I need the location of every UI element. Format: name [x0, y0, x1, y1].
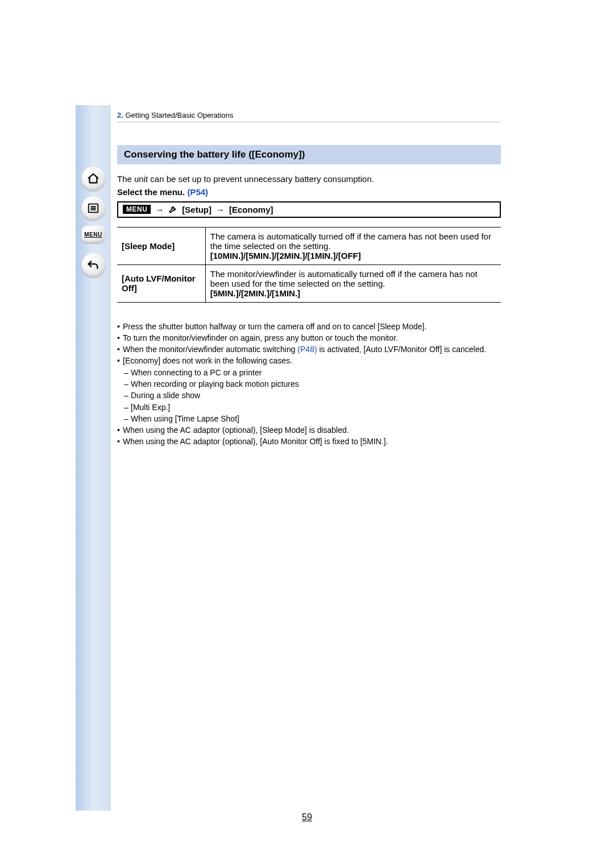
menu-label: MENU [84, 232, 102, 238]
note-subitem: During a slide show [131, 390, 200, 401]
section-title: Conserving the battery life ([Economy]) [117, 145, 501, 164]
table-row: [Sleep Mode] The camera is automatically… [117, 227, 501, 264]
note-subitem: When connecting to a PC or a printer [131, 367, 262, 378]
option-name-autolvf: [Auto LVF/Monitor Off] [117, 264, 205, 302]
chapter-number: 2. [117, 111, 123, 119]
note-item: Press the shutter button halfway or turn… [123, 321, 426, 332]
back-icon [87, 259, 99, 271]
menu-path-box: MENU → [Setup] → [Economy] [117, 201, 501, 218]
option-values: [5MIN.]/[2MIN.]/[1MIN.] [210, 288, 300, 298]
menu-badge: MENU [123, 205, 151, 214]
home-icon [87, 172, 99, 185]
note-item: When using the AC adaptor (optional), [S… [123, 424, 349, 436]
toc-icon [87, 202, 99, 214]
arrow-1: → [155, 205, 164, 214]
sidebar-buttons: MENU [81, 167, 105, 277]
intro-text: The unit can be set up to prevent unnece… [117, 173, 501, 185]
toc-button[interactable] [81, 196, 105, 220]
option-desc-sleep: The camera is automatically turned off i… [205, 227, 501, 264]
content-area: 2. Getting Started/Basic Operations Cons… [117, 111, 501, 448]
note-item: To turn the monitor/viewfinder on again,… [123, 332, 398, 344]
manual-page: MENU 2. Getting Started/Basic Operations… [0, 0, 614, 868]
note-subitem: When recording or playing back motion pi… [131, 378, 299, 390]
option-desc-autolvf: The monitor/viewfinder is automatically … [205, 264, 501, 302]
menu-path-setup: [Setup] [182, 205, 211, 214]
select-menu-prefix: Select the menu. [117, 187, 185, 197]
note-item: When the monitor/viewfinder automatic sw… [123, 344, 486, 355]
notes: •Press the shutter button halfway or tur… [117, 321, 501, 448]
menu-button[interactable]: MENU [81, 226, 105, 243]
note-subitem: When using [Time Lapse Shot] [131, 413, 239, 424]
note-item: When using the AC adaptor (optional), [A… [123, 436, 388, 447]
sidebar: MENU [76, 105, 111, 811]
option-desc-text: The camera is automatically turned off i… [210, 232, 491, 251]
option-desc-text: The monitor/viewfinder is automatically … [210, 269, 478, 288]
wrench-icon [168, 205, 177, 214]
note-link-p48[interactable]: (P48) [297, 345, 317, 354]
options-table: [Sleep Mode] The camera is automatically… [117, 227, 501, 303]
home-button[interactable] [81, 167, 105, 191]
page-number: 59 [302, 812, 312, 822]
table-row: [Auto LVF/Monitor Off] The monitor/viewf… [117, 264, 501, 302]
note-item: [Economy] does not work in the following… [123, 355, 292, 366]
note-subitem: [Multi Exp.] [131, 402, 170, 413]
menu-path-economy: [Economy] [229, 205, 273, 214]
option-values: [10MIN.]/[5MIN.]/[2MIN.]/[1MIN.]/[OFF] [210, 251, 361, 261]
chapter-header: 2. Getting Started/Basic Operations [117, 111, 501, 122]
back-button[interactable] [81, 253, 105, 277]
arrow-2: → [216, 205, 225, 214]
chapter-title: Getting Started/Basic Operations [125, 111, 233, 119]
option-name-sleep: [Sleep Mode] [117, 227, 205, 264]
select-menu-link[interactable]: (P54) [187, 187, 208, 197]
select-menu-line: Select the menu. (P54) [117, 187, 501, 197]
